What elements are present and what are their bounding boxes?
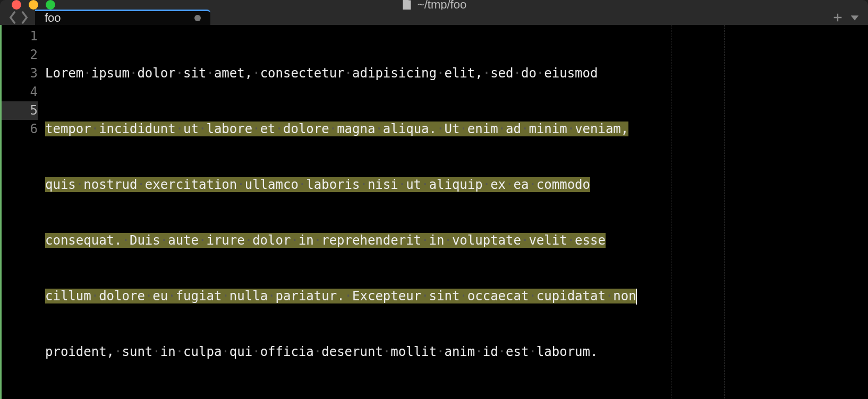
tab-menu-icon[interactable] — [849, 12, 861, 23]
tab-foo[interactable]: foo — [35, 10, 210, 25]
ruler-line — [671, 25, 671, 399]
code-text: tempor·incididunt·ut·labore·et·dolore·ma… — [45, 122, 628, 136]
code-text: proident,·sunt·in·culpa·qui·officia·dese… — [45, 344, 598, 359]
dirty-indicator-icon — [194, 15, 201, 21]
code-text: cillum·dolore·eu·fugiat·nulla·pariatur.·… — [45, 289, 636, 303]
minimize-window-button[interactable] — [29, 0, 38, 10]
line-number: 4 — [2, 83, 38, 101]
ruler-line — [724, 25, 725, 399]
code-text: quis·nostrud·exercitation·ullamco·labori… — [45, 177, 590, 192]
window-controls — [0, 0, 55, 10]
code-area[interactable]: Lorem·ipsum·dolor·sit·amet,·consectetur·… — [45, 25, 868, 399]
maximize-window-button[interactable] — [46, 0, 55, 10]
line-number: 1 — [2, 27, 38, 46]
line-number: 2 — [2, 46, 38, 64]
new-tab-icon[interactable] — [832, 12, 844, 23]
nav-back-icon[interactable] — [7, 10, 18, 25]
line-number: 5 — [2, 101, 38, 120]
code-text: consequat.·Duis·aute·irure·dolor·in·repr… — [45, 233, 606, 248]
line-number: 3 — [2, 64, 38, 83]
gutter: 1 2 3 4 5 6 — [2, 25, 45, 399]
line-number: 6 — [2, 120, 38, 138]
tab-bar: foo — [0, 10, 868, 25]
tab-label: foo — [45, 11, 61, 25]
nav-forward-icon[interactable] — [19, 10, 30, 25]
close-window-button[interactable] — [12, 0, 21, 10]
titlebar: ~/tmp/foo — [0, 0, 868, 10]
code-text: Lorem·ipsum·dolor·sit·amet,·consectetur·… — [45, 66, 598, 81]
text-cursor — [636, 289, 637, 305]
editor[interactable]: 1 2 3 4 5 6 Lorem·ipsum·dolor·sit·amet,·… — [0, 25, 868, 399]
